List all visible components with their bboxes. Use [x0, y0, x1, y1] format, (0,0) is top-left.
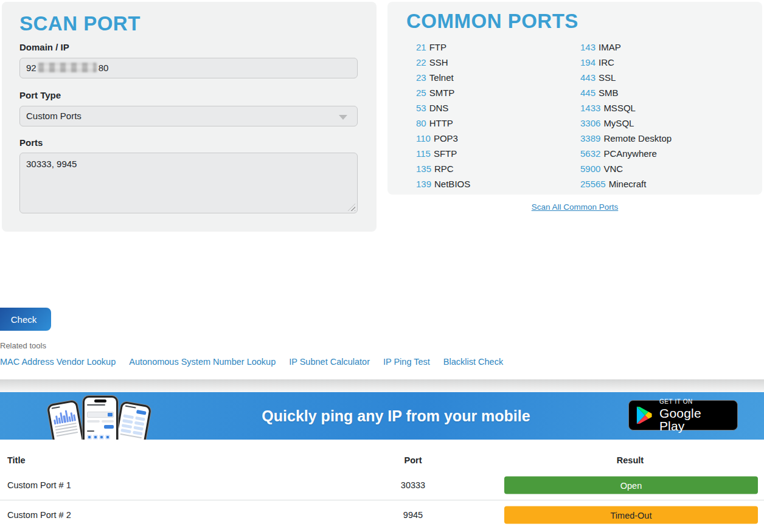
- port-number: 23: [416, 72, 426, 83]
- port-number: 25: [416, 88, 426, 98]
- port-name: SSL: [599, 72, 616, 83]
- common-ports-panel: COMMON PORTS 21FTP22SSH23Telnet25SMTP53D…: [387, 2, 762, 195]
- scan-all-common-ports-link[interactable]: Scan All Common Ports: [532, 202, 619, 212]
- common-port-item: 445SMB: [580, 85, 672, 100]
- port-number: 5632: [580, 148, 600, 159]
- phone-left-image: [47, 399, 88, 440]
- common-port-item: 5632PCAnywhere: [580, 146, 672, 161]
- result-badge: Timed-Out: [504, 506, 758, 524]
- check-button[interactable]: Check: [0, 308, 51, 331]
- common-port-item: 443SSL: [580, 70, 672, 85]
- port-number: 194: [580, 57, 596, 67]
- port-name: Remote Desktop: [603, 133, 672, 143]
- common-port-item: 1433MSSQL: [580, 100, 672, 116]
- port-name: MySQL: [603, 118, 634, 128]
- port-number: 22: [416, 57, 426, 67]
- banner-headline: Quickly ping any IP from your mobile: [262, 407, 530, 425]
- ports-textarea[interactable]: 30333, 9945: [19, 153, 358, 213]
- port-number: 115: [416, 148, 431, 159]
- column-header-port: Port: [405, 455, 422, 465]
- port-number: 5900: [580, 164, 600, 174]
- common-port-item: 194IRC: [580, 55, 672, 70]
- port-name: DNS: [429, 103, 449, 113]
- port-name: Minecraft: [609, 179, 647, 189]
- port-number: 53: [416, 103, 426, 113]
- resize-handle-icon[interactable]: [348, 204, 355, 211]
- domain-ip-label: Domain / IP: [19, 42, 69, 52]
- phone-mockups-image: [52, 395, 148, 440]
- common-port-item: 5900VNC: [580, 161, 672, 176]
- port-number: 445: [580, 88, 596, 98]
- port-name: RPC: [434, 164, 454, 174]
- row-title: Custom Port # 1: [7, 480, 71, 490]
- common-ports-column-1: 21FTP22SSH23Telnet25SMTP53DNS80HTTP110PO…: [416, 40, 470, 192]
- port-number: 25565: [580, 179, 606, 189]
- common-port-item: 22SSH: [416, 55, 470, 70]
- common-port-item: 135RPC: [416, 161, 470, 176]
- related-tool-link[interactable]: Blacklist Check: [443, 357, 503, 367]
- mobile-app-banner: Quickly ping any IP from your mobile GET…: [0, 392, 764, 440]
- port-number: 3306: [580, 118, 600, 128]
- common-ports-title: COMMON PORTS: [406, 10, 578, 33]
- google-play-icon: [636, 406, 653, 424]
- domain-ip-value-suffix: 80: [99, 63, 109, 73]
- port-name: SMTP: [429, 88, 455, 98]
- related-tool-link[interactable]: IP Ping Test: [383, 357, 430, 367]
- common-port-item: 23Telnet: [416, 70, 470, 85]
- common-port-item: 3306MySQL: [580, 116, 672, 131]
- port-number: 110: [416, 133, 431, 143]
- ports-label: Ports: [19, 137, 43, 148]
- common-port-item: 115SFTP: [416, 146, 470, 161]
- google-play-label: Google Play: [659, 407, 730, 432]
- common-port-item: 80HTTP: [416, 116, 470, 131]
- chevron-down-icon: [339, 115, 347, 120]
- related-tool-link[interactable]: Autonomous System Number Lookup: [129, 357, 276, 367]
- table-row: Custom Port # 29945Timed-Out: [0, 500, 764, 530]
- ports-value: 30333, 9945: [26, 159, 77, 169]
- common-port-item: 53DNS: [416, 100, 470, 116]
- redacted-ip-blur: [38, 63, 97, 72]
- port-number: 1433: [580, 103, 600, 113]
- column-header-title: Title: [7, 455, 26, 465]
- port-number: 80: [416, 118, 426, 128]
- row-port: 30333: [401, 480, 425, 490]
- row-title: Custom Port # 2: [7, 510, 71, 520]
- port-type-select[interactable]: Custom Ports: [19, 106, 358, 126]
- port-number: 135: [416, 164, 431, 174]
- google-play-badge[interactable]: GET IT ON Google Play: [628, 400, 738, 430]
- common-ports-column-2: 143IMAP194IRC443SSL445SMB1433MSSQL3306My…: [580, 40, 672, 192]
- section-divider-strip: [0, 379, 764, 392]
- phone-middle-image: [83, 396, 118, 440]
- port-name: SFTP: [434, 148, 457, 159]
- port-number: 21: [416, 42, 426, 52]
- port-name: PCAnywhere: [603, 148, 657, 159]
- column-header-result: Result: [617, 455, 644, 465]
- port-number: 3389: [580, 133, 600, 143]
- results-rows: Custom Port # 130333OpenCustom Port # 29…: [0, 471, 764, 530]
- scan-port-title: SCAN PORT: [19, 12, 141, 35]
- port-name: VNC: [603, 164, 623, 174]
- port-number: 443: [580, 72, 596, 83]
- port-name: Telnet: [429, 72, 454, 83]
- port-number: 143: [580, 42, 596, 52]
- domain-ip-input[interactable]: 9280: [19, 58, 358, 78]
- common-port-item: 139NetBIOS: [416, 176, 470, 192]
- table-row: Custom Port # 130333Open: [0, 471, 764, 500]
- related-tool-link[interactable]: IP Subnet Calculator: [289, 357, 370, 367]
- related-tools-links: MAC Address Vendor LookupAutonomous Syst…: [0, 357, 503, 367]
- common-port-item: 25565Minecraft: [580, 176, 672, 192]
- port-type-label: Port Type: [19, 90, 61, 100]
- common-port-item: 110POP3: [416, 131, 470, 146]
- port-type-selected-value: Custom Ports: [26, 111, 82, 121]
- port-name: NetBIOS: [434, 179, 470, 189]
- port-name: FTP: [429, 42, 446, 52]
- common-port-item: 25SMTP: [416, 85, 470, 100]
- google-play-text: GET IT ON Google Play: [659, 399, 730, 432]
- scan-all-wrap: Scan All Common Ports: [387, 201, 762, 212]
- port-name: POP3: [434, 133, 458, 143]
- port-name: HTTP: [429, 118, 453, 128]
- row-port: 9945: [403, 510, 423, 520]
- related-tool-link[interactable]: MAC Address Vendor Lookup: [0, 357, 116, 367]
- domain-ip-value-prefix: 92: [26, 63, 36, 73]
- port-name: IMAP: [599, 42, 621, 52]
